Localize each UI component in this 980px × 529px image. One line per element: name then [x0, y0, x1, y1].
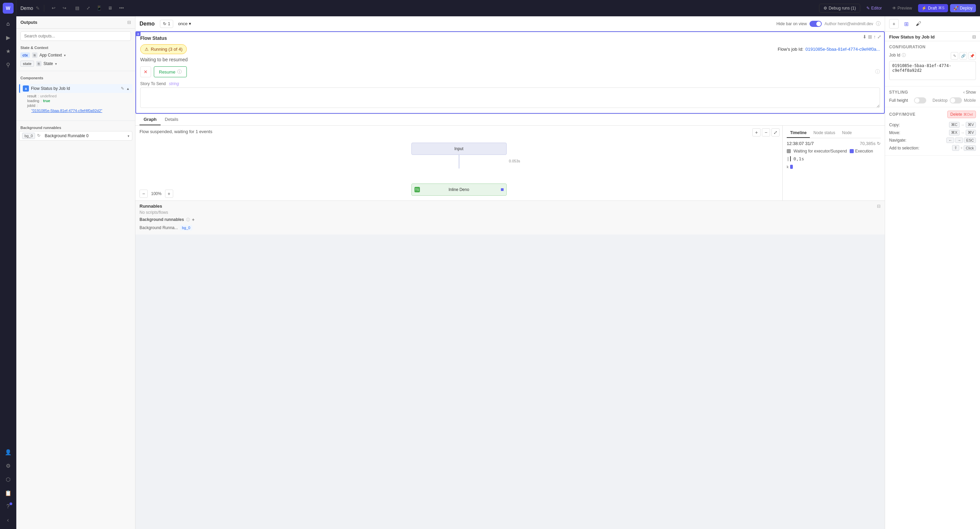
- ctx-chevron-icon[interactable]: ▾: [64, 53, 66, 57]
- flow-suspended-text: Flow suspended, waiting for 1 events: [135, 126, 782, 137]
- graph-tab-row: Graph Details: [135, 114, 885, 126]
- tab-graph[interactable]: Graph: [140, 114, 161, 125]
- desktop-toggle[interactable]: [950, 97, 962, 104]
- component-tool-icon[interactable]: ⊞: [901, 19, 911, 29]
- draft-icon: ⚡: [921, 6, 927, 11]
- bg-runnable-id-tag: bg_0: [180, 225, 192, 231]
- graph-plus-btn[interactable]: +: [752, 128, 760, 137]
- tab-details[interactable]: Details: [161, 114, 182, 125]
- timeline-bar-fill: [790, 165, 793, 169]
- styling-title: Styling: [889, 90, 908, 95]
- outputs-collapse-icon[interactable]: ⊟: [127, 20, 131, 25]
- bg-info-icon[interactable]: ⓘ: [186, 217, 190, 222]
- left-panel-divider: [16, 71, 135, 71]
- style-tool-icon[interactable]: 🖌: [914, 19, 923, 29]
- nav-audit[interactable]: 📋: [2, 487, 14, 499]
- bg-add-btn[interactable]: +: [192, 217, 195, 222]
- tab-timeline[interactable]: Timeline: [787, 128, 810, 138]
- job-id-input[interactable]: 0191085e-5baa-81ef-4774-c9ef4f0a92d2: [889, 61, 976, 80]
- component-name: Flow Status by Job Id: [31, 86, 119, 91]
- nav-users[interactable]: 👤: [2, 446, 14, 458]
- status-badge: ⚠ Running (3 of 4): [140, 44, 187, 54]
- debug-runs-btn[interactable]: ⚙ Debug runs (1): [819, 4, 860, 13]
- component-expand-icon[interactable]: ▲: [126, 87, 130, 91]
- expand-btn[interactable]: ⤢: [83, 3, 93, 13]
- styling-show-btn[interactable]: ‹ Show: [963, 90, 976, 95]
- prop-loading: loading : true: [27, 99, 132, 103]
- bg-chevron-icon[interactable]: ▾: [127, 134, 129, 138]
- nav-help[interactable]: ?: [2, 500, 14, 513]
- redo-btn[interactable]: ↪: [59, 3, 69, 13]
- job-id-value[interactable]: 0191085e-5baa-81ef-4774-c9ef4f0a...: [805, 47, 880, 52]
- more-options-icon[interactable]: •••: [119, 5, 124, 11]
- undo-btn[interactable]: ↩: [48, 3, 59, 13]
- zoom-minus-btn[interactable]: −: [140, 190, 148, 198]
- graph-minus-btn[interactable]: −: [762, 128, 770, 137]
- tablet-btn[interactable]: 📱: [94, 3, 104, 13]
- align-btn[interactable]: ▤: [72, 3, 82, 13]
- editor-btn[interactable]: ✎ Editor: [862, 4, 886, 12]
- state-copy-icon[interactable]: ⎘: [36, 61, 41, 66]
- nav-integrations[interactable]: ⬡: [2, 473, 14, 486]
- author-info-icon[interactable]: ⓘ: [876, 21, 881, 27]
- add-component-icon[interactable]: +: [889, 19, 899, 29]
- edit-title-icon[interactable]: ✎: [36, 5, 40, 11]
- ctx-tag: ctx: [21, 53, 30, 58]
- ctx-copy-icon[interactable]: ⎘: [32, 53, 37, 58]
- delete-btn[interactable]: Delete ⌘Del: [947, 111, 976, 118]
- search-outputs-input[interactable]: [21, 31, 131, 41]
- bg-runnables-list: bg_0 ↻ Background Runnable 0 ▾: [16, 131, 135, 143]
- delete-label: Delete: [950, 112, 962, 117]
- hide-bar-toggle[interactable]: [810, 21, 822, 27]
- canvas-content[interactable]: a ⬇ ⊞ ↑ ⤢ Flow Status ⚠ Running: [135, 31, 885, 529]
- deploy-btn[interactable]: 🚀 Deploy: [950, 4, 976, 12]
- cancel-btn[interactable]: ✕: [140, 66, 151, 77]
- graph-expand-btn[interactable]: ⤢: [772, 128, 780, 137]
- widget-move-icon[interactable]: ↑: [873, 34, 876, 40]
- widget-copy-icon[interactable]: ⊞: [868, 34, 872, 40]
- draft-btn[interactable]: ⚡ Draft ⌘S: [918, 4, 948, 12]
- story-info-icon[interactable]: ⓘ: [875, 69, 880, 75]
- state-chevron-icon[interactable]: ▾: [55, 62, 57, 66]
- desktop-btn[interactable]: 🖥: [105, 3, 115, 13]
- job-id-edit-icon[interactable]: ✎: [951, 52, 958, 60]
- once-dropdown[interactable]: once ▾: [175, 20, 194, 27]
- widget-expand-icon[interactable]: ⤢: [877, 34, 881, 40]
- widget-download-icon[interactable]: ⬇: [862, 34, 867, 40]
- nav-star[interactable]: ★: [2, 45, 14, 57]
- styling-header: Styling ‹ Show: [889, 90, 976, 95]
- preview-btn[interactable]: 👁 Preview: [888, 4, 916, 12]
- app-logo[interactable]: W: [3, 3, 14, 14]
- nav-play[interactable]: ▶: [2, 31, 14, 43]
- nav-settings[interactable]: ⚙: [2, 460, 14, 472]
- story-textarea[interactable]: [140, 88, 880, 108]
- timeline-bar-row: k: [787, 163, 881, 170]
- resume-btn[interactable]: Resume ⓘ: [154, 66, 187, 77]
- full-height-toggle[interactable]: [914, 97, 926, 104]
- refresh-small-icon[interactable]: ↻: [877, 141, 881, 146]
- node-inline-deno[interactable]: TS Inline Deno: [411, 183, 507, 196]
- tab-node[interactable]: Node: [839, 128, 856, 138]
- zoom-plus-btn[interactable]: +: [165, 190, 173, 198]
- run-once-btn[interactable]: ↻ 1: [160, 20, 173, 28]
- right-panel-edit-icon[interactable]: ⊟: [972, 34, 976, 40]
- job-id-link-icon[interactable]: 🔗: [959, 52, 967, 60]
- copy-label: Copy:: [889, 123, 900, 127]
- top-bar: Demo ✎ ↩ ↪ ▤ ⤢ 📱 🖥 ••• ⚙ Debug runs (1) …: [16, 0, 980, 16]
- nav-collapse[interactable]: ‹: [2, 514, 14, 526]
- job-id-pin-icon[interactable]: 📌: [969, 52, 976, 60]
- runnables-collapse-icon[interactable]: ⊟: [877, 204, 881, 209]
- component-props: result : undefined loading : true jobId …: [16, 93, 135, 115]
- navigate-label: Navigate:: [889, 138, 907, 143]
- nav-search[interactable]: ⚲: [2, 59, 14, 71]
- flow-status-widget[interactable]: a ⬇ ⊞ ↑ ⤢ Flow Status ⚠ Running: [135, 31, 885, 114]
- job-id-info-icon[interactable]: ⓘ: [902, 53, 906, 58]
- component-item-a[interactable]: a Flow Status by Job Id ✎ ▲: [19, 84, 132, 93]
- tab-node-status[interactable]: Node status: [810, 128, 838, 138]
- node-input[interactable]: Input: [411, 143, 507, 155]
- nav-home[interactable]: ⌂: [2, 18, 14, 30]
- right-panel-component-title: Flow Status by Job Id ⊟: [885, 32, 980, 41]
- left-panel-header: Outputs ⊟: [16, 16, 135, 29]
- component-edit-icon[interactable]: ✎: [121, 86, 124, 91]
- bg-refresh-icon[interactable]: ↻: [37, 133, 43, 139]
